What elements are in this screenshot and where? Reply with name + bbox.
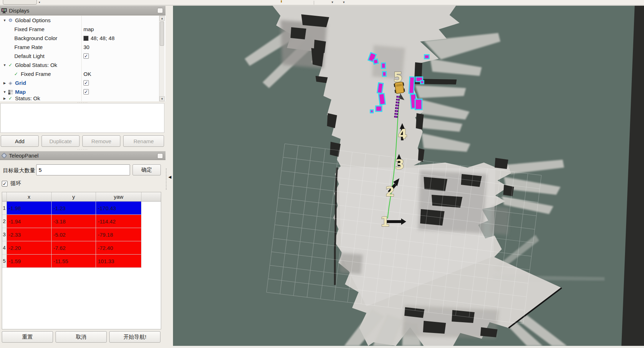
tree-scrollbar[interactable]: ▲ ▼ [159,16,164,101]
color-swatch[interactable] [83,36,88,41]
confirm-button[interactable]: 确定 [133,164,161,175]
svg-text:2: 2 [385,184,395,199]
side-panel: Displays ▼ ⚙ Global Options Fixed Frame … [0,5,173,348]
table-row[interactable]: 5 -1.59 -11.55 101.33 [2,255,161,268]
tree-row-background-color[interactable]: Background Color 48; 48; 48 [0,34,165,43]
tree-label: Fixed Frame [14,26,44,32]
tree-row-map-status-partial[interactable]: ▶ ✓ Status: Ok [0,96,165,100]
reset-button[interactable]: 重置 [2,331,53,343]
column-header-yaw[interactable]: yaw [96,192,141,201]
svg-text:4: 4 [398,126,407,142]
toolbar-tab[interactable] [3,0,37,5]
tree-value[interactable]: map [83,25,94,34]
cell-y[interactable]: -1.23 [52,202,96,215]
tree-row-fixed-frame-status[interactable]: ✓ Fixed Frame OK [0,69,165,78]
expander-icon[interactable]: ▶ [2,97,7,100]
cell-yaw[interactable]: -79.18 [96,228,141,241]
goals-table: x y yaw 1 -1.98 -1.23 -170.43 2 -1.94 -3… [2,192,161,329]
table-row[interactable]: 4 -2.20 -7.62 -72.40 [2,241,161,255]
panel-float-button[interactable] [157,153,163,159]
gear-icon: ⚙ [7,18,14,23]
max-goals-input[interactable] [36,164,130,175]
table-corner [2,192,7,201]
checkbox[interactable]: ✓ [83,80,89,86]
status-ok-icon: ✓ [13,71,19,77]
checkbox[interactable]: ✓ [83,89,89,95]
color-value: 48; 48; 48 [91,35,115,41]
remove-display-button[interactable]: Remove [82,135,120,147]
expander-icon[interactable]: ▼ [2,63,7,67]
horizontal-splitter[interactable]: ······ [0,149,165,150]
loop-checkbox-row[interactable]: ✓ 循环 [2,180,21,187]
chevron-down-icon[interactable]: ▾ [39,1,40,4]
row-number[interactable]: 3 [2,228,7,241]
row-number[interactable]: 1 [2,202,7,215]
vertical-splitter-handle[interactable] [166,168,167,190]
panel-collapse-icon[interactable]: ◀ [168,175,171,179]
displays-tree: ▼ ⚙ Global Options Fixed Frame map Backg… [0,16,165,101]
column-header-y[interactable]: y [52,192,96,201]
scroll-down-icon[interactable]: ▼ [159,96,165,101]
expander-icon[interactable]: ▼ [2,90,7,94]
max-goals-label: 目标最大数量 [3,167,35,174]
tree-row-fixed-frame[interactable]: Fixed Frame map [0,25,165,34]
cell-yaw[interactable]: 101.33 [96,255,141,268]
cell-x[interactable]: -2.20 [7,241,52,255]
add-display-button[interactable]: Add [1,135,39,147]
map-display-icon [7,89,14,95]
dropdown-arrow-icon[interactable]: ▼ [342,1,345,4]
map-canvas: 1 2 3 4 5 [173,6,644,346]
table-row[interactable]: 2 -1.94 -3.18 -114.42 [2,215,161,228]
tree-row-map[interactable]: ▼ Map ✓ [0,87,165,96]
cancel-button[interactable]: 取消 [56,331,107,343]
table-row[interactable]: 3 -2.33 -5.02 -79.18 [2,228,161,241]
column-header-x[interactable]: x [7,192,52,201]
cell-x[interactable]: -1.59 [7,255,52,268]
cell-yaw[interactable]: -72.40 [96,241,141,255]
displays-panel-titlebar[interactable]: Displays [0,6,165,15]
tree-row-frame-rate[interactable]: Frame Rate 30 [0,43,165,52]
cell-y[interactable]: -11.55 [52,255,96,268]
cell-y[interactable]: -3.18 [52,215,96,228]
row-number[interactable]: 5 [2,255,7,268]
expander-icon[interactable]: ▼ [2,19,7,22]
cell-x[interactable]: -1.98 [7,202,52,215]
cell-yaw[interactable]: -114.42 [96,215,141,228]
cell-x[interactable]: -2.33 [7,228,52,241]
tree-row-global-options[interactable]: ▼ ⚙ Global Options [0,16,165,25]
cell-y[interactable]: -5.02 [52,228,96,241]
panel-float-button[interactable] [157,8,163,13]
table-row[interactable]: 1 -1.98 -1.23 -170.43 [2,202,161,215]
tree-value: ✓ [83,52,89,61]
svg-text:1: 1 [380,214,390,229]
tree-label: Default Light [14,53,44,59]
tree-row-default-light[interactable]: Default Light ✓ [0,52,165,61]
duplicate-display-button[interactable]: Duplicate [42,135,80,147]
status-ok-icon: ✓ [7,96,14,100]
row-number[interactable]: 2 [2,215,7,228]
rename-display-button[interactable]: Rename [123,135,164,147]
expander-icon[interactable]: ▶ [2,81,7,85]
scrollbar-thumb[interactable] [160,21,164,46]
tree-row-grid[interactable]: ▶ ◈ Grid ✓ [0,78,165,87]
teleop-panel-titlebar[interactable]: TeleopPanel [0,151,165,160]
cell-x[interactable]: -1.94 [7,215,52,228]
start-navigation-button[interactable]: 开始导航! [109,331,160,343]
scroll-up-icon[interactable]: ▲ [159,16,165,21]
loop-label: 循环 [10,180,21,187]
tree-row-global-status[interactable]: ▼ ✓ Global Status: Ok [0,61,165,69]
tree-value[interactable]: 30 [83,43,90,52]
top-toolbar-strip: ▾ ▼ ▼ [0,0,644,5]
cell-y[interactable]: -7.62 [52,241,96,255]
cell-yaw[interactable]: -170.43 [96,202,141,215]
displays-icon [1,8,7,13]
svg-text:3: 3 [395,157,404,172]
loop-checkbox[interactable]: ✓ [2,181,8,187]
tree-label: Status: Ok [15,96,40,100]
status-ok-icon: ✓ [7,62,14,68]
row-number[interactable]: 4 [2,241,7,255]
rviz-3d-viewport[interactable]: 1 2 3 4 5 [173,6,644,346]
dropdown-arrow-icon[interactable]: ▼ [331,1,334,4]
tree-value[interactable]: 48; 48; 48 [83,34,115,43]
checkbox[interactable]: ✓ [83,53,89,59]
